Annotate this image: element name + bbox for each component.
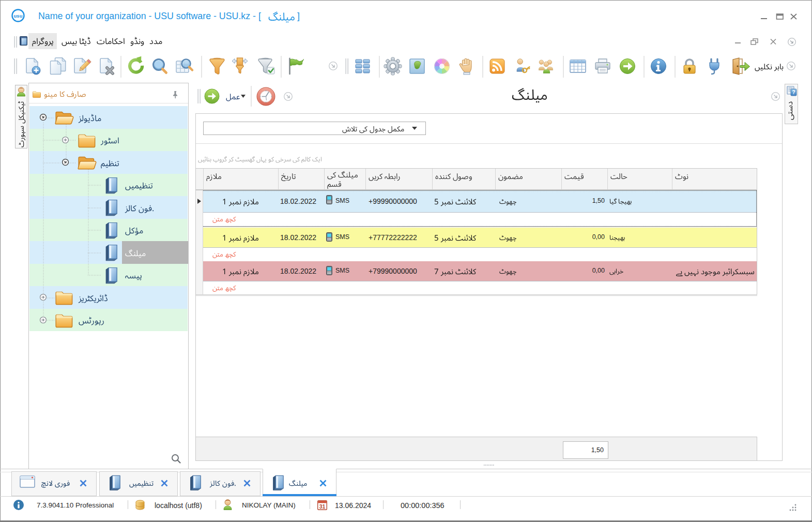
svg-text:usu: usu <box>14 13 23 19</box>
svg-text:31: 31 <box>319 503 326 510</box>
svg-text:?: ? <box>792 90 795 95</box>
